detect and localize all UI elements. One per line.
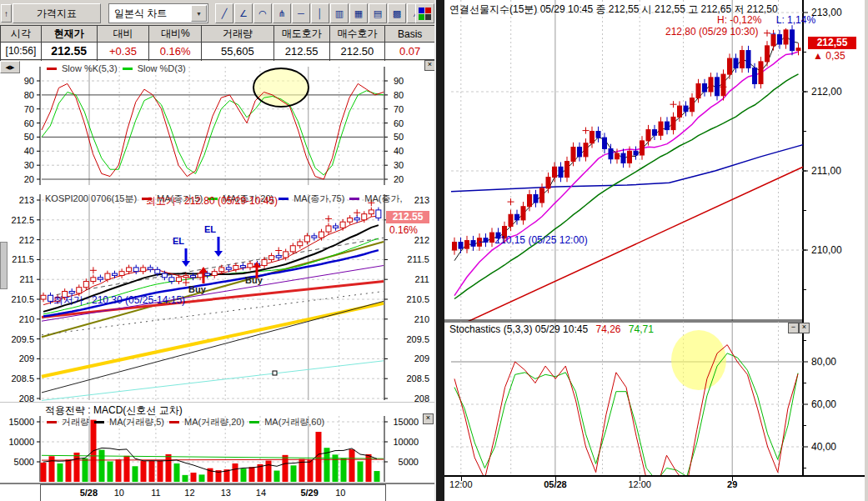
candle (571, 148, 575, 162)
buy-signal-label: Buy (188, 284, 206, 294)
palette-icon[interactable] (415, 3, 434, 23)
left-stochastic-chart[interactable]: 90908080707060605050404030302020 (0, 60, 434, 190)
candle (169, 278, 174, 282)
candle (778, 35, 782, 44)
volume-bar (149, 461, 155, 482)
quote-table: 시각[10:56] 현재가212.55 대비+0.35 대비%0.16% 거래량… (0, 25, 435, 61)
col-price: 현재가 (42, 26, 97, 43)
candle (584, 143, 588, 157)
window-edge (865, 0, 868, 501)
candle (628, 151, 632, 163)
low-annotation: 최저가 : 210.30 (05/25-14:15) (53, 293, 185, 308)
hilo-pct: H: -0,12% L: 1,14% (717, 14, 815, 26)
scroll-up-button[interactable]: ↑ (1, 4, 12, 23)
tick-label: 210.5 (11, 294, 34, 304)
volume-bar (341, 458, 347, 482)
candle (326, 226, 331, 232)
horizontal-line-tool-icon[interactable]: ─ (292, 3, 310, 23)
legend-swatch (349, 198, 359, 200)
candle (91, 278, 96, 282)
highlight-circle (671, 330, 726, 390)
stoch-close-icon[interactable]: × (799, 323, 810, 333)
quote-change-pct: 0.16% (149, 43, 201, 60)
candle (155, 269, 160, 273)
candle (665, 122, 670, 130)
tick-label: 208.5 (406, 373, 429, 383)
legend-label: Slow %K(5,3) (62, 63, 118, 73)
ma-magenta-line (454, 52, 799, 296)
tick-label: 15000 (393, 417, 419, 427)
candle (198, 273, 203, 278)
tick-label: 211 (414, 274, 429, 284)
volume-bar (83, 458, 88, 482)
trendline-tool-icon[interactable]: ╱ (215, 3, 233, 23)
volume-bar (41, 463, 47, 482)
tick-label: 50 (24, 132, 34, 142)
futures-price-tag: 212,55 (808, 37, 856, 49)
bars-tool-icon[interactable]: ▩ (388, 3, 406, 23)
candle (354, 218, 359, 219)
candle (740, 51, 745, 68)
volume-bar (158, 461, 163, 482)
candle (796, 48, 800, 51)
candle (113, 273, 118, 275)
futures-price-chart[interactable]: 213,00212,00211,00210,00 (444, 0, 865, 321)
volume-bar (233, 463, 238, 482)
volume-bar (99, 450, 105, 482)
tick-label: 80 (394, 90, 404, 100)
chevron-down-icon[interactable]: ▼ (191, 5, 207, 22)
legend-swatch (169, 421, 179, 423)
futures-stochastic-chart[interactable]: 80,0060,0040,00 (444, 321, 865, 475)
candle (48, 295, 53, 301)
square-marker (273, 371, 277, 375)
tick-label: 211.5 (407, 254, 429, 264)
candle (376, 210, 381, 218)
tick-label: 5000 (14, 457, 34, 467)
chart-type-dropdown[interactable]: 일본식 차트 ▼ (108, 3, 208, 23)
arc-tool-icon[interactable]: ◠ (253, 3, 272, 23)
candle (784, 30, 788, 44)
candle (212, 272, 217, 276)
col-ask: 매도호가 (274, 26, 329, 43)
candle (312, 236, 317, 238)
legend-label: MA(종가, (364, 193, 402, 205)
candle (621, 153, 625, 163)
trading-app: { "colors":{"up_red":"#cc0000","down_blu… (0, 0, 868, 501)
candle (640, 141, 645, 155)
grid-tool-icon[interactable]: ▦ (349, 3, 368, 23)
fan-tool-icon[interactable]: ⋔ (273, 3, 291, 23)
legend-swatch (278, 198, 288, 200)
volume-bar (133, 466, 138, 482)
stoch-minimize-icon[interactable]: − (788, 323, 799, 333)
candle (283, 252, 288, 258)
angle-tool-icon[interactable]: ∠ (234, 3, 253, 23)
tick-label: 80,00 (811, 356, 836, 368)
candle (559, 167, 563, 177)
candle (219, 268, 224, 272)
legend-swatch (249, 421, 259, 423)
low-text: 210,15 (05/25 12:00) (494, 234, 587, 246)
candle (765, 46, 770, 62)
candle (362, 214, 367, 220)
candle (521, 207, 525, 220)
candle (653, 130, 657, 136)
candle (459, 243, 463, 249)
candle (105, 273, 110, 279)
col-volume: 거래량 (202, 26, 273, 43)
left-time-axis[interactable]: 5/2810111213145/2910 (40, 484, 386, 501)
quote-basis: 0.07 (385, 43, 434, 60)
stochastics-title: Stochastics (5,3,3) 05/29 10:45 (449, 323, 588, 335)
candle (162, 273, 167, 278)
futures-time-axis[interactable]: 12:0005/2812:0029 (444, 475, 865, 501)
tick-label: 60,00 (811, 398, 836, 410)
vertical-hatch-tool-icon[interactable]: ▥ (330, 3, 349, 23)
price-indicator-button[interactable]: 가격지표 (13, 3, 101, 23)
vertical-line-tool-icon[interactable]: │ (311, 3, 329, 23)
time-axis-label: 5/29 (300, 488, 318, 498)
tick-label: 210 (19, 314, 34, 324)
time-axis-label: 13 (221, 488, 231, 498)
trend-line (42, 303, 384, 377)
horizontal-hatch-tool-icon[interactable]: ▤ (369, 3, 387, 23)
slow-d-line (42, 91, 384, 175)
axis-tick (555, 477, 556, 481)
